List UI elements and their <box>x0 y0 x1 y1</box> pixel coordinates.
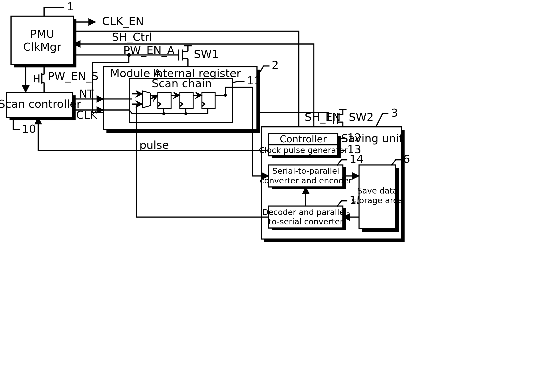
sw1-label: SW1 <box>194 48 218 61</box>
sp-label-1: Serial-to-parallel <box>272 166 340 175</box>
svg-point-36 <box>184 112 187 115</box>
sig-nt: NT <box>79 87 94 100</box>
switch-pw-en-s <box>35 65 44 92</box>
pmu-block: PMU ClkMgr <box>11 16 77 67</box>
sig-clk: CLK <box>76 109 97 121</box>
controller-box: Controller Clock pulse generator <box>259 133 348 158</box>
ref-1: 1 <box>67 0 74 13</box>
ref-14: 14 <box>349 153 364 166</box>
ps-converter: Decoder and parallel- to-serial converte… <box>262 206 349 230</box>
ref-3: 3 <box>391 107 398 119</box>
ps-label-1: Decoder and parallel- <box>262 208 349 217</box>
pmu-label-1: PMU <box>30 28 54 40</box>
sig-sh-ctrl: SH_Ctrl <box>112 31 152 43</box>
ref-2: 2 <box>272 59 279 71</box>
sp-converter: Serial-to-parallel converter and encoder <box>260 165 352 189</box>
sw2-label: SW2 <box>349 111 373 124</box>
sp-label-2: converter and encoder <box>260 176 352 185</box>
sig-pw-en-a: PW_EN_A <box>123 44 175 57</box>
svg-rect-23 <box>202 92 215 108</box>
switch-sw1 <box>179 46 192 67</box>
sig-sh-en: SH_EN <box>305 111 340 124</box>
cpg-label: Clock pulse generator <box>259 145 348 155</box>
svg-rect-21 <box>158 92 171 108</box>
svg-point-35 <box>162 112 165 115</box>
ref-6: 6 <box>403 153 410 166</box>
scan-controller: Scan controller <box>0 92 81 120</box>
save-label-2: storage area <box>352 196 403 205</box>
ref-11: 11 <box>247 74 261 87</box>
sig-pw-en-s: PW_EN_S <box>48 70 98 83</box>
block-diagram: PMU ClkMgr 1 CLK_EN SH_Ctrl PW_EN_A SW1 … <box>0 0 558 392</box>
sig-pulse: pulse <box>140 139 169 151</box>
pmu-label-2: ClkMgr <box>23 41 61 53</box>
svg-rect-22 <box>180 92 193 108</box>
controller-label: Controller <box>280 133 327 145</box>
ref-12: 12 <box>347 131 361 144</box>
scan-controller-label: Scan controller <box>0 98 81 110</box>
ps-label-2: to-serial converter <box>268 217 343 226</box>
scan-chain-label: Scan chain <box>152 77 212 90</box>
sig-clk-en: CLK_EN <box>102 15 144 28</box>
save-label-1: Save data <box>357 186 398 195</box>
ref-10: 10 <box>22 123 36 135</box>
save-storage: Save data storage area <box>352 165 403 232</box>
